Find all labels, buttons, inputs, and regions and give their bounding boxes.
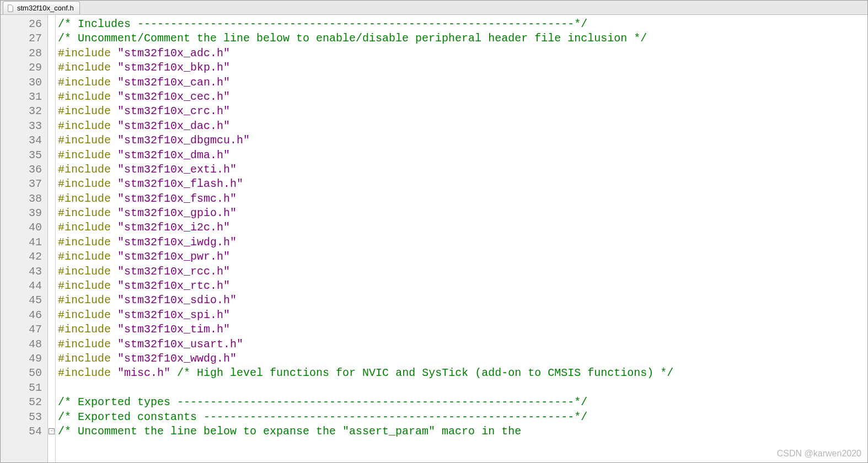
code-line[interactable]: #include "stm32f10x_fsmc.h" [58, 192, 867, 206]
line-number: 51 [1, 381, 44, 395]
code-line[interactable]: /* Uncomment/Comment the line below to e… [58, 31, 867, 46]
code-line[interactable]: #include "stm32f10x_gpio.h" [58, 206, 867, 220]
code-line[interactable]: /* Includes ----------------------------… [58, 17, 867, 31]
file-tab-label: stm32f10x_conf.h [17, 4, 74, 12]
line-number: 43 [1, 265, 44, 279]
code-line[interactable]: #include "stm32f10x_sdio.h" [58, 293, 867, 308]
code-content[interactable]: /* Includes ----------------------------… [56, 15, 867, 462]
code-line[interactable]: /* Exported constants ------------------… [58, 410, 867, 424]
line-number: 26 [1, 17, 44, 31]
line-number: 50 [1, 366, 44, 380]
code-line[interactable]: #include "stm32f10x_adc.h" [58, 46, 867, 61]
code-line[interactable] [58, 381, 867, 395]
fold-column: - [48, 15, 56, 462]
line-number: 39 [1, 206, 44, 220]
file-icon [7, 4, 14, 12]
code-line[interactable]: /* Exported types ----------------------… [58, 395, 867, 410]
line-number: 46 [1, 308, 44, 322]
file-tab[interactable]: stm32f10x_conf.h [3, 1, 80, 14]
line-number: 35 [1, 148, 44, 163]
line-number: 47 [1, 322, 44, 337]
code-line[interactable]: #include "stm32f10x_tim.h" [58, 322, 867, 337]
line-number: 52 [1, 395, 44, 410]
code-line[interactable]: #include "stm32f10x_i2c.h" [58, 220, 867, 235]
code-area: 2627282930313233343536373839404142434445… [1, 15, 867, 462]
code-line[interactable]: #include "stm32f10x_iwdg.h" [58, 235, 867, 250]
line-number: 29 [1, 61, 44, 75]
line-number: 45 [1, 293, 44, 308]
code-line[interactable]: #include "stm32f10x_wwdg.h" [58, 352, 867, 366]
line-number: 49 [1, 352, 44, 366]
fold-toggle-icon[interactable]: - [49, 428, 55, 434]
code-line[interactable]: #include "stm32f10x_dac.h" [58, 119, 867, 133]
line-number: 33 [1, 119, 44, 133]
code-line[interactable]: #include "stm32f10x_can.h" [58, 76, 867, 90]
code-line[interactable]: #include "misc.h" /* High level function… [58, 366, 867, 380]
code-line[interactable]: #include "stm32f10x_spi.h" [58, 308, 867, 322]
code-line[interactable]: #include "stm32f10x_pwr.h" [58, 250, 867, 264]
code-line[interactable]: #include "stm32f10x_rcc.h" [58, 265, 867, 279]
line-number: 38 [1, 192, 44, 206]
line-number: 34 [1, 133, 44, 148]
line-number: 27 [1, 31, 44, 46]
line-number: 32 [1, 104, 44, 119]
line-number: 31 [1, 90, 44, 104]
code-line[interactable]: #include "stm32f10x_crc.h" [58, 104, 867, 119]
editor-frame: stm32f10x_conf.h 26272829303132333435363… [0, 0, 868, 463]
line-number: 44 [1, 279, 44, 293]
line-number: 54 [1, 424, 44, 439]
code-line[interactable]: /* Uncomment the line below to expanse t… [58, 424, 867, 439]
line-number: 42 [1, 250, 44, 264]
code-line[interactable]: #include "stm32f10x_exti.h" [58, 163, 867, 177]
line-number-gutter: 2627282930313233343536373839404142434445… [1, 15, 48, 462]
code-line[interactable]: #include "stm32f10x_usart.h" [58, 337, 867, 352]
code-line[interactable]: #include "stm32f10x_bkp.h" [58, 61, 867, 75]
line-number: 53 [1, 410, 44, 424]
tab-bar: stm32f10x_conf.h [1, 1, 867, 15]
line-number: 28 [1, 46, 44, 61]
line-number: 37 [1, 177, 44, 191]
line-number: 40 [1, 220, 44, 235]
code-line[interactable]: #include "stm32f10x_cec.h" [58, 90, 867, 104]
line-number: 41 [1, 235, 44, 250]
line-number: 30 [1, 76, 44, 90]
code-line[interactable]: #include "stm32f10x_flash.h" [58, 177, 867, 191]
code-line[interactable]: #include "stm32f10x_dbgmcu.h" [58, 133, 867, 148]
code-line[interactable]: #include "stm32f10x_dma.h" [58, 148, 867, 163]
code-line[interactable]: #include "stm32f10x_rtc.h" [58, 279, 867, 293]
line-number: 48 [1, 337, 44, 352]
line-number: 36 [1, 163, 44, 177]
